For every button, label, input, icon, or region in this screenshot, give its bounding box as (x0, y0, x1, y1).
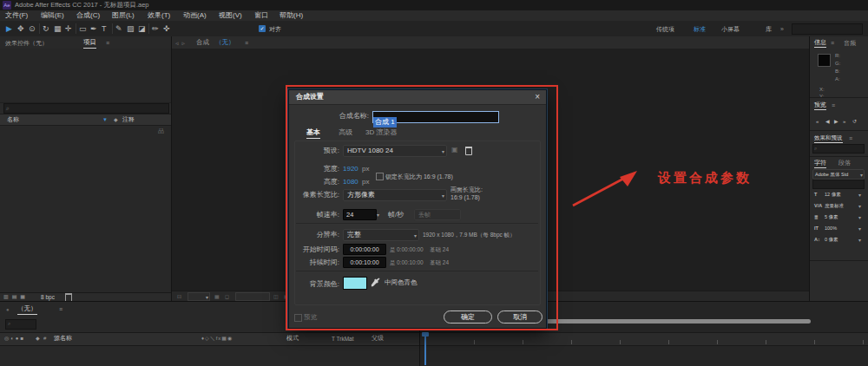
play-icon[interactable]: ▶ (834, 118, 838, 125)
panel-divider[interactable] (810, 260, 868, 261)
menu-edit[interactable]: 编辑(E) (41, 11, 64, 20)
comp-name-input[interactable]: 合成 1 (372, 111, 499, 123)
font-family-dropdown[interactable]: Adobe 黑体 Std ▾ (812, 169, 865, 180)
workspace-tab-library[interactable]: 库 (766, 25, 772, 33)
panel-divider[interactable] (810, 156, 868, 157)
first-frame-icon[interactable]: « (816, 118, 819, 125)
chevron-down-icon[interactable]: ▾ (858, 237, 861, 243)
tag-icon[interactable]: ◆ (114, 116, 118, 123)
column-comment[interactable]: 注释 (122, 115, 135, 123)
shape-tool-icon[interactable]: ▭ (79, 24, 87, 34)
menu-window[interactable]: 窗口 (254, 11, 268, 20)
menu-help[interactable]: 帮助(H) (279, 11, 303, 20)
panel-menu-icon[interactable]: ≡ (59, 305, 62, 313)
menu-animation[interactable]: 动画(A) (183, 11, 207, 20)
pan-behind-tool-icon[interactable]: ✛ (65, 24, 72, 34)
close-icon[interactable]: × (535, 92, 540, 101)
previous-frame-icon[interactable]: ◀ (825, 118, 830, 125)
selection-tool-icon[interactable]: ▶ (6, 24, 12, 34)
puppet-pin-tool-icon[interactable]: ✜ (163, 24, 170, 34)
current-time-indicator[interactable] (424, 332, 426, 365)
column-parent[interactable]: 父级 (372, 334, 384, 342)
dialog-tab-advanced[interactable]: 高级 (339, 128, 352, 137)
eyedropper-icon[interactable] (371, 277, 380, 287)
background-color-swatch[interactable] (343, 277, 367, 290)
cancel-button[interactable]: 取消 (497, 310, 542, 324)
font-size-value[interactable]: 12 像素 (825, 192, 841, 198)
clone-stamp-tool-icon[interactable]: ▨ (127, 24, 135, 34)
tab-project[interactable]: 项目 (83, 38, 96, 49)
sort-arrow-icon[interactable]: ▼ (102, 116, 108, 123)
viewer-tab-label[interactable]: 合成 (196, 38, 209, 47)
current-time-indicator-handle[interactable] (422, 332, 429, 337)
label-column-icon[interactable]: ◆ (36, 335, 40, 342)
lock-aspect-checkbox[interactable] (376, 173, 384, 180)
hand-tool-icon[interactable]: ✥ (17, 24, 24, 34)
column-mode[interactable]: 模式 (286, 334, 299, 342)
delete-preset-icon[interactable] (465, 147, 472, 155)
loop-icon[interactable]: ↺ (852, 118, 857, 125)
color-depth-badge[interactable]: 8 bpc (41, 293, 55, 301)
effects-search-input[interactable] (812, 144, 865, 154)
av-feature-icons[interactable]: ◎◐●■ (4, 335, 25, 342)
panel-menu-icon[interactable]: ≡ (245, 39, 248, 47)
column-trkmat[interactable]: T TrkMat (332, 335, 354, 343)
viewer-magnification-dropdown[interactable]: ▾ (187, 292, 210, 301)
chevron-down-icon[interactable]: ▾ (858, 214, 861, 220)
dialog-tab-3d-renderer[interactable]: 3D 渲染器 (365, 128, 397, 137)
workspace-tab-small-screen[interactable]: 小屏幕 (721, 25, 740, 33)
tab-paragraph[interactable]: 段落 (838, 159, 851, 167)
search-help-input[interactable] (792, 23, 863, 35)
time-ruler[interactable] (420, 332, 868, 346)
tab-info[interactable]: 信息 (814, 38, 826, 48)
camera-tool-icon[interactable]: ▦ (54, 24, 62, 34)
layer-number-column[interactable]: # (43, 335, 46, 342)
project-item-list[interactable] (0, 125, 171, 292)
layer-switch-icons[interactable]: ♦◇＼fx▦◉ (201, 335, 233, 342)
panel-divider[interactable] (810, 97, 868, 98)
frame-rate-input[interactable]: 24 (343, 209, 377, 220)
type-tool-icon[interactable]: T (102, 24, 107, 34)
tab-effects-presets[interactable]: 效果和预设 (814, 134, 843, 143)
chevron-down-icon[interactable]: ▾ (858, 192, 861, 198)
panel-menu-icon[interactable]: ≡ (849, 134, 852, 142)
menu-layer[interactable]: 图层(L) (112, 11, 135, 20)
chevron-down-icon[interactable]: ▾ (858, 203, 861, 209)
ok-button[interactable]: 确定 (444, 310, 492, 324)
brush-tool-icon[interactable]: ✎ (115, 24, 122, 34)
last-frame-icon[interactable]: » (843, 118, 845, 125)
viewer-tab-comp-name[interactable]: （无） (215, 38, 235, 47)
font-style-dropdown[interactable] (812, 180, 865, 189)
flowchart-icon[interactable]: 品 (158, 127, 164, 134)
rotation-tool-icon[interactable]: ↻ (43, 24, 49, 34)
tracking-value[interactable]: 5 像素 (825, 214, 838, 220)
panel-menu-icon[interactable]: ≡ (831, 39, 834, 47)
column-source-name[interactable]: 源名称 (54, 334, 72, 342)
project-footer-icons[interactable]: ▥▤▦ (3, 293, 29, 300)
menu-effect[interactable]: 效果(T) (148, 11, 170, 20)
start-timecode-input[interactable]: 0:00:00:00 (343, 244, 386, 255)
pen-tool-icon[interactable]: ✒ (90, 24, 97, 34)
viewer-mask-icon[interactable]: ◻ (225, 293, 229, 300)
workspace-tab-0[interactable]: 传统项 (656, 25, 674, 33)
chevron-down-icon[interactable]: ▾ (377, 212, 379, 218)
tab-preview[interactable]: 预览 (814, 101, 826, 110)
tab-character[interactable]: 字符 (814, 159, 826, 168)
zoom-tool-icon[interactable]: ⊙ (29, 24, 36, 34)
timeline-tab[interactable]: （无） (17, 304, 37, 315)
snap-checkbox[interactable]: ✓ (259, 25, 266, 32)
menu-view[interactable]: 视图(V) (219, 11, 242, 20)
dialog-tab-basic[interactable]: 基本 (306, 128, 320, 139)
chevron-down-icon[interactable]: ▾ (858, 225, 861, 232)
kerning-value[interactable]: 度量标准 (825, 203, 844, 209)
roto-brush-tool-icon[interactable]: ✏ (152, 24, 159, 34)
duration-input[interactable]: 0:00:10:00 (343, 257, 386, 268)
pixel-aspect-dropdown[interactable]: 方形像素 ▾ (343, 189, 447, 201)
eraser-tool-icon[interactable]: ◪ (138, 24, 146, 34)
panel-divider[interactable] (810, 130, 868, 131)
tab-effect-controls[interactable]: 效果控件（无） (5, 39, 48, 47)
menu-composition[interactable]: 合成(C) (76, 11, 100, 20)
vertical-scale-value[interactable]: 100% (825, 225, 837, 231)
workspace-overflow-icon[interactable]: » (780, 25, 784, 33)
save-preset-icon[interactable]: ▣ (451, 146, 458, 154)
